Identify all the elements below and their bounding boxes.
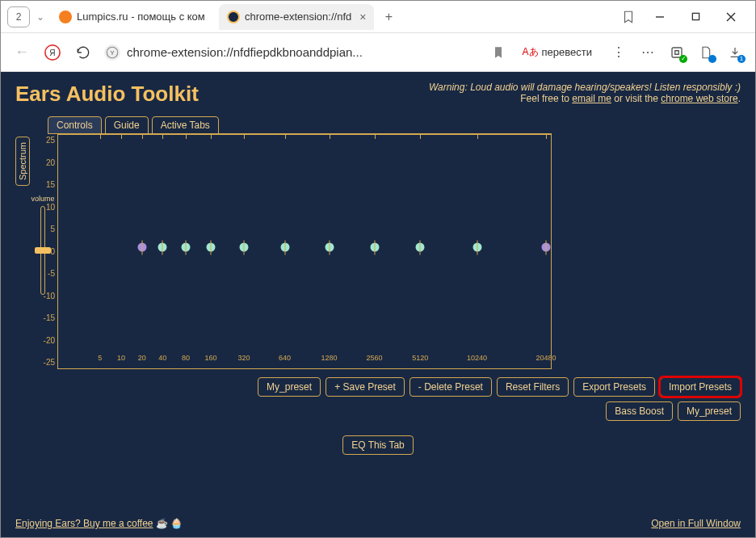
eq-dot[interactable] [541, 243, 550, 252]
reset-filters-button[interactable]: Reset Filters [497, 377, 569, 397]
more-icon[interactable]: ⋯ [639, 44, 657, 61]
eq-dot[interactable] [137, 243, 146, 252]
close-icon[interactable]: × [359, 11, 366, 23]
tab-controls[interactable]: Controls [48, 116, 102, 134]
badge-icon [708, 55, 716, 63]
bookmark-star-icon[interactable] [492, 46, 505, 59]
coffee-link[interactable]: Enjoying Ears? Buy me a coffee [15, 518, 153, 529]
email-link[interactable]: email me [572, 93, 611, 104]
delete-preset-button[interactable]: - Delete Preset [410, 377, 492, 397]
y-axis-labels: 2520151050-5-10-15-20-25 [39, 134, 55, 368]
footer: Enjoying Ears? Buy me a coffee ☕ 🧁 Open … [15, 518, 741, 529]
close-button[interactable] [713, 4, 749, 30]
toolbar: ← Я Y chrome-extension://nfdfiepdkbnoand… [1, 33, 755, 72]
tab-active-tabs[interactable]: Active Tabs [152, 116, 219, 134]
translate-icon: Аあ [523, 45, 539, 59]
tab-counter[interactable]: 2 [7, 6, 30, 27]
yandex-button[interactable]: Я [43, 43, 62, 62]
site-icon [59, 11, 72, 23]
eq-dot[interactable] [472, 243, 481, 252]
store-link[interactable]: chrome web store [661, 93, 737, 104]
app-title: Ears Audio Toolkit [15, 82, 199, 107]
eq-dot[interactable] [280, 243, 289, 252]
my-preset-button[interactable]: My_preset [678, 401, 741, 421]
preset-select[interactable]: My_preset [258, 377, 321, 397]
spectrum-button[interactable]: Spectrum [15, 137, 30, 186]
equalizer-area: Spectrum volume 2520151050-5-10-15-20-25… [15, 133, 741, 369]
bass-boost-button[interactable]: Bass Boost [606, 401, 673, 421]
badge-icon: ✓ [679, 55, 687, 63]
maximize-button[interactable] [678, 4, 713, 30]
tab-guide[interactable]: Guide [105, 116, 149, 134]
browser-tab-extension[interactable]: chrome-extension://nfd × [219, 4, 374, 30]
eq-dot[interactable] [370, 243, 379, 252]
eq-dot[interactable] [181, 243, 190, 252]
eq-dot[interactable] [239, 243, 248, 252]
browser-tab-lumpics[interactable]: Lumpics.ru - помощь с ком [51, 4, 212, 30]
tab-title: Lumpics.ru - помощь с ком [77, 11, 205, 23]
site-icon [227, 11, 240, 23]
bookmark-icon[interactable] [621, 10, 636, 24]
menu-icon[interactable]: ⋮ [610, 44, 628, 61]
extensions-icon[interactable]: ✓ [668, 44, 686, 61]
eq-dot[interactable] [207, 243, 216, 252]
translate-button[interactable]: Аあ перевести [516, 42, 598, 62]
site-icon: Y [104, 44, 120, 61]
chevron-down-icon[interactable]: ⌄ [36, 11, 44, 23]
eq-dot[interactable] [158, 243, 167, 252]
url-text: chrome-extension://nfdfiepdkbnoanddpian.… [127, 45, 363, 59]
eq-grid[interactable]: 2520151050-5-10-15-20-25 510204080160320… [57, 133, 552, 369]
svg-text:Я: Я [49, 48, 55, 57]
export-presets-button[interactable]: Export Presets [573, 377, 655, 397]
eq-dot[interactable] [416, 243, 425, 252]
full-window-link[interactable]: Open in Full Window [651, 518, 741, 529]
minimize-button[interactable] [642, 4, 678, 30]
url-bar[interactable]: Y chrome-extension://nfdfiepdkbnoanddpia… [104, 44, 505, 61]
new-tab-button[interactable]: + [380, 9, 397, 25]
badge-icon: 1 [737, 55, 746, 63]
browser-window: 2 ⌄ Lumpics.ru - помощь с ком chrome-ext… [0, 0, 756, 538]
svg-rect-1 [692, 13, 699, 19]
window-controls [642, 4, 749, 30]
freq-labels: 5102040801603206401280256051201024020480 [58, 354, 551, 365]
app-tabs: Controls Guide Active Tabs [48, 116, 741, 134]
titlebar: 2 ⌄ Lumpics.ru - помощь с ком chrome-ext… [1, 1, 755, 33]
eq-dot[interactable] [325, 243, 334, 252]
eq-this-tab-button[interactable]: EQ This Tab [342, 435, 414, 455]
translate-label: перевести [542, 46, 592, 58]
buttons-row-1: My_preset+ Save Preset- Delete PresetRes… [15, 377, 741, 397]
back-button[interactable]: ← [12, 43, 32, 62]
reload-button[interactable] [74, 43, 93, 62]
emoji: ☕ 🧁 [156, 518, 183, 529]
downloads-icon[interactable]: 1 [726, 44, 744, 61]
import-presets-button[interactable]: Import Presets [660, 377, 741, 397]
app-content: Ears Audio Toolkit Warning: Loud audio w… [1, 72, 755, 537]
page-icon[interactable] [697, 44, 715, 61]
svg-text:Y: Y [110, 49, 114, 57]
save-preset-button[interactable]: + Save Preset [326, 377, 405, 397]
warning-text: Warning: Loud audio will damage hearing/… [429, 82, 741, 104]
tab-title: chrome-extension://nfd [245, 11, 351, 23]
buttons-row-2: Bass BoostMy_preset [15, 401, 741, 421]
